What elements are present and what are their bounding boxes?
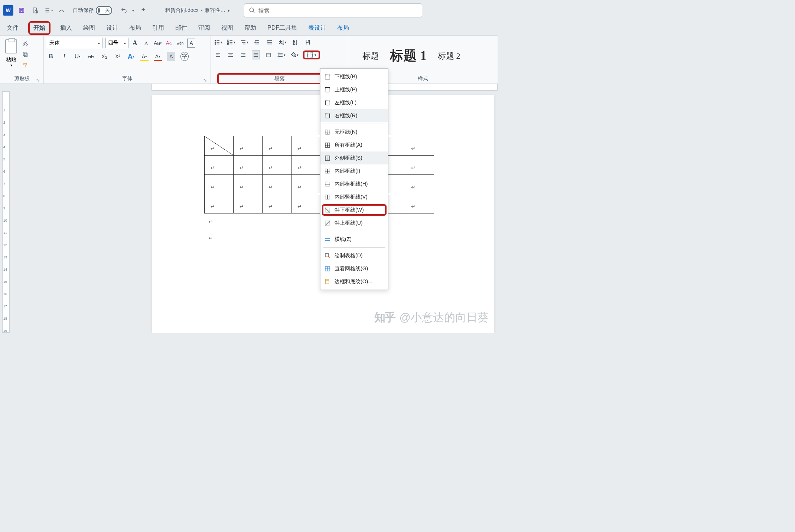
border-inside-item[interactable]: 内部框线(I) [320, 164, 388, 177]
table-cell[interactable] [205, 175, 234, 194]
border-inside-v-item[interactable]: 内部竖框线(V) [320, 190, 388, 203]
tab-help[interactable]: 帮助 [243, 22, 258, 34]
text-effects-button[interactable]: A▾ [127, 52, 135, 61]
table-cell[interactable] [291, 136, 320, 156]
tab-home[interactable]: 开始 [28, 21, 50, 35]
numbering-button[interactable]: 123▾ [227, 38, 235, 47]
style-title[interactable]: 标题 [362, 50, 379, 62]
horizontal-line-item[interactable]: 横线(Z) [320, 233, 388, 246]
ruler-horizontal[interactable] [10, 84, 498, 91]
format-painter-icon[interactable] [21, 61, 30, 70]
align-left-icon[interactable] [214, 50, 222, 59]
table-cell[interactable] [291, 194, 320, 213]
borders-button[interactable]: ▾ [303, 50, 320, 59]
copy-icon[interactable] [21, 50, 30, 59]
undo-icon[interactable] [119, 5, 129, 16]
border-inside-h-item[interactable]: 内部横框线(H) [320, 177, 388, 190]
bold-button[interactable]: B [47, 52, 55, 61]
ruler-vertical[interactable]: 1234567891011121314151617181920 [2, 91, 10, 333]
table-cell[interactable] [263, 156, 291, 175]
table-cell[interactable] [263, 136, 291, 156]
tab-layout[interactable]: 布局 [128, 22, 143, 34]
table-cell[interactable] [205, 194, 234, 213]
char-shading-button[interactable]: A [167, 52, 175, 61]
table-cell[interactable] [291, 175, 320, 194]
font-size-select[interactable]: 四号▾ [105, 38, 128, 48]
border-all-item[interactable]: 所有框线(A) [320, 138, 388, 151]
view-gridlines-item[interactable]: 查看网格线(G) [320, 262, 388, 275]
table-cell[interactable] [263, 175, 291, 194]
italic-button[interactable]: I [60, 52, 68, 61]
underline-button[interactable]: U▾ [74, 52, 82, 61]
search-input[interactable] [258, 7, 417, 14]
tab-mailings[interactable]: 邮件 [174, 22, 189, 34]
phonetic-guide-button[interactable]: wén [176, 39, 184, 48]
tab-file[interactable]: 文件 [5, 22, 20, 34]
superscript-button[interactable]: X² [114, 52, 122, 61]
highlight-button[interactable]: A▾ [140, 52, 149, 61]
print-preview-icon[interactable] [30, 5, 40, 16]
tab-table-design[interactable]: 表设计 [307, 22, 328, 34]
sort-icon[interactable]: AZ [291, 38, 299, 47]
style-heading2[interactable]: 标题 2 [438, 50, 460, 62]
tab-table-layout[interactable]: 布局 [336, 22, 351, 34]
table-cell[interactable] [205, 156, 234, 175]
border-right-item[interactable]: 右框线(R) [320, 109, 388, 122]
document-table[interactable] [204, 136, 434, 213]
autosave-toggle[interactable]: 自动保存 关 [73, 6, 112, 15]
list-icon[interactable]: ▾ [43, 5, 53, 16]
table-cell[interactable] [405, 194, 434, 213]
align-center-icon[interactable] [227, 50, 235, 59]
tab-pdf[interactable]: PDF工具集 [266, 22, 299, 34]
save-icon[interactable] [16, 5, 27, 16]
table-cell[interactable] [234, 175, 263, 194]
border-diag-up-item[interactable]: 斜上框线(U) [320, 216, 388, 229]
table-cell[interactable] [234, 136, 263, 156]
justify-icon[interactable] [252, 50, 260, 59]
font-name-select[interactable]: 宋体▾ [47, 38, 102, 48]
tab-design[interactable]: 设计 [105, 22, 120, 34]
document-title[interactable]: 租赁合同.docx - 兼容性… ▾ [165, 7, 230, 14]
tab-draw[interactable]: 绘图 [82, 22, 97, 34]
border-bottom-item[interactable]: 下框线(B) [320, 70, 388, 83]
strikethrough-button[interactable]: ab [87, 52, 95, 61]
increase-indent-icon[interactable] [265, 38, 274, 47]
table-cell[interactable] [405, 175, 434, 194]
clear-format-icon[interactable]: A◇ [165, 39, 173, 48]
table-cell[interactable] [234, 156, 263, 175]
tab-view[interactable]: 视图 [220, 22, 235, 34]
change-case-button[interactable]: Aa▾ [154, 39, 162, 48]
paste-button[interactable]: 粘贴 [6, 56, 16, 63]
grow-font-icon[interactable]: Aˆ [131, 39, 140, 48]
launcher-icon[interactable]: ⤡ [36, 78, 40, 83]
table-cell[interactable] [405, 136, 434, 156]
line-spacing-icon[interactable]: ▾ [277, 50, 286, 59]
border-none-item[interactable]: 无框线(N) [320, 125, 388, 138]
distribute-icon[interactable] [264, 50, 273, 59]
font-color-button[interactable]: A▾ [154, 52, 162, 61]
search-box[interactable] [244, 3, 422, 17]
tab-insert[interactable]: 插入 [59, 22, 74, 34]
table-cell[interactable] [291, 156, 320, 175]
show-marks-icon[interactable] [304, 38, 312, 47]
enclose-char-button[interactable]: 字 [180, 52, 189, 61]
border-diag-down-item[interactable]: 斜下框线(W) [320, 203, 388, 216]
cut-icon[interactable] [21, 39, 30, 48]
border-left-item[interactable]: 左框线(L) [320, 96, 388, 109]
table-cell[interactable] [405, 156, 434, 175]
border-top-item[interactable]: 上框线(P) [320, 83, 388, 96]
decrease-indent-icon[interactable] [253, 38, 261, 47]
align-right-icon[interactable] [239, 50, 247, 59]
bullets-button[interactable]: ▾ [214, 38, 222, 47]
multilevel-list-button[interactable]: ▾ [240, 38, 248, 47]
text-direction-icon[interactable]: 文▾ [278, 38, 287, 47]
shading-icon[interactable]: ▾ [290, 50, 299, 59]
table-cell[interactable] [234, 194, 263, 213]
char-border-icon[interactable]: A [187, 39, 195, 48]
table-cell-diagonal[interactable] [205, 136, 234, 156]
style-heading1[interactable]: 标题 1 [390, 47, 427, 65]
border-outside-item[interactable]: 外侧框线(S) [320, 151, 388, 164]
shrink-font-icon[interactable]: Aˇ [143, 39, 151, 48]
redo-icon[interactable] [137, 5, 147, 16]
launcher-icon[interactable]: ⤡ [203, 78, 207, 83]
